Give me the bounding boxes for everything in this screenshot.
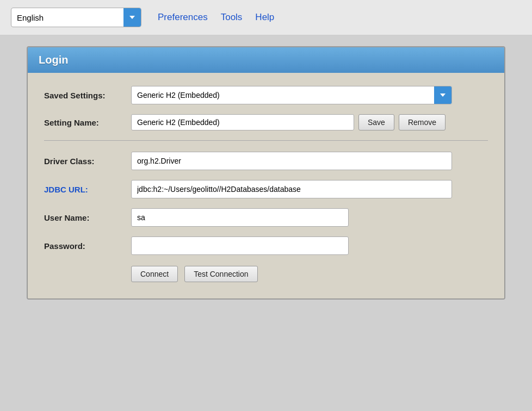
svg-marker-1: [440, 94, 446, 97]
login-panel: Login Saved Settings: Generic H2 (Embedd…: [27, 46, 505, 300]
connect-button[interactable]: Connect: [131, 266, 178, 282]
driver-class-input[interactable]: [131, 152, 452, 170]
password-label: Password:: [44, 241, 131, 251]
language-dropdown-button[interactable]: [123, 8, 141, 27]
saved-settings-value: Generic H2 (Embedded): [132, 88, 434, 103]
saved-settings-dropdown-button[interactable]: [434, 86, 451, 104]
divider: [44, 140, 488, 141]
chevron-down-icon: [439, 91, 447, 99]
jdbc-url-label[interactable]: JDBC URL:: [44, 185, 131, 194]
remove-button[interactable]: Remove: [399, 114, 446, 130]
jdbc-url-row: JDBC URL:: [44, 180, 488, 198]
saved-settings-row: Saved Settings: Generic H2 (Embedded): [44, 86, 488, 104]
setting-name-row: Setting Name: Save Remove: [44, 114, 488, 130]
panel-body: Saved Settings: Generic H2 (Embedded) Se…: [28, 73, 504, 298]
user-name-input[interactable]: [131, 208, 349, 227]
user-name-label: User Name:: [44, 213, 131, 222]
driver-class-label: Driver Class:: [44, 157, 131, 166]
setting-name-input-group: Save Remove: [131, 114, 446, 130]
language-select-wrapper: English: [11, 8, 141, 27]
panel-title: Login: [39, 54, 68, 66]
svg-marker-0: [129, 16, 135, 19]
chevron-down-icon: [128, 14, 136, 21]
nav-preferences[interactable]: Preferences: [158, 12, 208, 23]
action-row: Connect Test Connection: [44, 266, 488, 282]
user-name-row: User Name:: [44, 208, 488, 227]
language-select-text: English: [11, 10, 123, 26]
nav-menu: Preferences Tools Help: [158, 12, 274, 23]
panel-header: Login: [28, 47, 504, 73]
setting-name-input[interactable]: [131, 114, 354, 130]
nav-tools[interactable]: Tools: [221, 12, 243, 23]
saved-settings-label: Saved Settings:: [44, 91, 131, 100]
password-row: Password:: [44, 236, 488, 255]
nav-help[interactable]: Help: [255, 12, 274, 23]
driver-class-row: Driver Class:: [44, 152, 488, 170]
test-connection-button[interactable]: Test Connection: [184, 266, 257, 282]
save-button[interactable]: Save: [358, 114, 394, 130]
jdbc-url-input[interactable]: [131, 180, 452, 198]
setting-name-label: Setting Name:: [44, 118, 131, 127]
top-bar: English Preferences Tools Help: [0, 0, 532, 35]
password-input[interactable]: [131, 236, 349, 255]
saved-settings-wrapper: Generic H2 (Embedded): [131, 86, 452, 104]
